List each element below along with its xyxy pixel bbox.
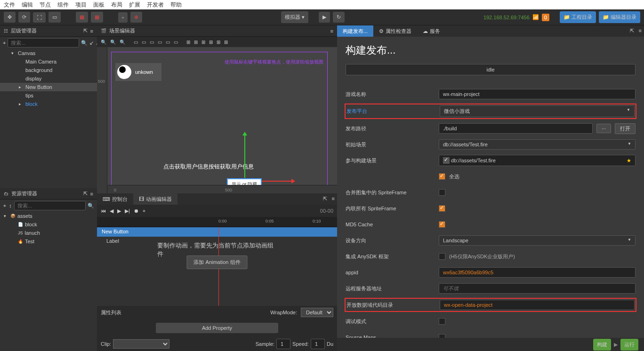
include-scene-item[interactable]: db://assets/Test.fire★: [439, 155, 636, 166]
menu-icon[interactable]: ≡: [330, 28, 333, 34]
sourcemap-checkbox[interactable]: [439, 334, 445, 338]
menu-编辑[interactable]: 编辑: [22, 1, 33, 8]
hier-tips[interactable]: tips: [0, 91, 97, 100]
add-key-icon[interactable]: +: [143, 208, 145, 214]
reload-button[interactable]: ↻: [333, 12, 345, 23]
asset-block[interactable]: 📄 block: [0, 220, 97, 229]
search-icon[interactable]: 🔍: [88, 203, 94, 209]
menu-帮助[interactable]: 帮助: [170, 1, 182, 8]
menu-文件[interactable]: 文件: [4, 1, 15, 8]
notif-badge[interactable]: 0: [542, 14, 549, 21]
asset-Test[interactable]: 🔥 Test: [0, 237, 97, 246]
menu-面板[interactable]: 面板: [93, 1, 105, 8]
expand-tool[interactable]: ⛶: [33, 12, 46, 23]
open-button[interactable]: 打开: [615, 123, 636, 134]
select-all-checkbox[interactable]: [439, 173, 445, 180]
scene-viewport[interactable]: 500 0 使用鼠标右键平移视窗焦点，使用滚轮缩放视图 unkown 点击获取用…: [97, 47, 337, 193]
next-frame-icon[interactable]: ▶|: [125, 208, 130, 214]
menu-开发者[interactable]: 开发者: [147, 1, 164, 8]
menu-icon[interactable]: ≡: [330, 193, 337, 205]
hier-display[interactable]: display: [0, 74, 97, 83]
hierarchy-search[interactable]: [8, 38, 79, 48]
editor-dir-button[interactable]: 📁 编辑器目录: [599, 11, 640, 23]
tool-b[interactable]: ▦: [91, 12, 103, 23]
hier-block[interactable]: ▸block: [0, 100, 97, 108]
time-ruler[interactable]: 0:00 0:05 0:10: [97, 217, 337, 227]
assets-search[interactable]: [14, 201, 86, 210]
hier-Canvas[interactable]: ▾Canvas: [0, 49, 97, 57]
collapse-icon[interactable]: ↙: [89, 40, 94, 46]
open-data-input[interactable]: [440, 300, 635, 310]
build-path-input[interactable]: [439, 123, 593, 134]
atlas-checkbox[interactable]: [439, 189, 445, 196]
zoom-out-icon[interactable]: 🔍: [119, 40, 126, 45]
tab-service[interactable]: ☁ 服务: [417, 25, 446, 37]
sort-button[interactable]: ↕: [8, 203, 12, 208]
rect-tool[interactable]: ▭: [48, 12, 61, 23]
sample-input[interactable]: [276, 339, 290, 349]
hier-New Button[interactable]: ▸New Button: [0, 83, 97, 91]
menu-组件[interactable]: 组件: [57, 1, 69, 8]
anim-track-area[interactable]: New Button Label 要制作动画，需要先为当前节点添加动画组件 添加…: [97, 227, 337, 306]
y-axis-arrow[interactable]: [244, 133, 245, 178]
dock-icon[interactable]: ⇱: [628, 25, 636, 37]
appid-input[interactable]: [439, 267, 636, 278]
prev-frame-icon[interactable]: ◀: [110, 208, 113, 214]
move-tool[interactable]: ✥: [4, 12, 16, 23]
scene-canvas[interactable]: 使用鼠标右键平移视窗焦点，使用滚轮缩放视图 unkown 点击获取用户信息按钮获…: [111, 52, 328, 193]
orientation-select[interactable]: Landscape: [439, 235, 636, 246]
anysdk-checkbox[interactable]: [439, 253, 445, 260]
add-asset-button[interactable]: +: [3, 203, 7, 208]
debug-checkbox[interactable]: [439, 318, 445, 325]
menu-icon[interactable]: ≡: [636, 25, 644, 37]
run-button[interactable]: 运行: [620, 339, 638, 351]
clip-select[interactable]: [113, 339, 169, 349]
refresh-tool[interactable]: ⟳: [18, 12, 30, 23]
dock-icon[interactable]: ⇱: [83, 191, 88, 197]
play-button[interactable]: ▶: [319, 12, 330, 23]
menu-icon[interactable]: ≡: [90, 191, 93, 197]
game-name-input[interactable]: [439, 89, 636, 99]
asset-assets[interactable]: ▾📦 assets: [0, 212, 97, 220]
add-node-button[interactable]: +: [3, 40, 6, 46]
project-dir-button[interactable]: 📁 工程目录: [560, 11, 596, 23]
hier-background[interactable]: background: [0, 66, 97, 74]
start-scene-select[interactable]: db://assets/Test.fire: [439, 139, 636, 150]
tool-c[interactable]: ▫: [118, 12, 128, 23]
menu-布局[interactable]: 布局: [111, 1, 122, 8]
tab-inspector[interactable]: ⚙ 属性检查器: [373, 25, 417, 37]
menu-icon[interactable]: ≡: [90, 28, 93, 34]
tool-d[interactable]: ⊕: [130, 12, 142, 23]
simulator-dropdown[interactable]: 模拟器 ▾: [281, 11, 308, 23]
speed-input[interactable]: [311, 339, 325, 349]
dock-icon[interactable]: ⇱: [321, 193, 330, 205]
scene-checkbox[interactable]: [443, 157, 450, 164]
tab-animation[interactable]: 🎞 动画编辑器: [133, 193, 177, 205]
asset-lanuch[interactable]: JS lanuch: [0, 229, 97, 237]
add-property-button[interactable]: Add Property: [156, 323, 278, 333]
browse-button[interactable]: ···: [596, 124, 611, 133]
zoom-in-icon[interactable]: 🔍: [100, 40, 107, 45]
menu-扩展[interactable]: 扩展: [129, 1, 140, 8]
tab-build[interactable]: 构建发布...: [337, 25, 373, 37]
add-animation-button[interactable]: 添加 Animation 组件: [186, 255, 247, 269]
play-icon[interactable]: ▶: [117, 208, 121, 214]
menu-节点[interactable]: 节点: [40, 1, 51, 8]
tab-console[interactable]: ⌨ 控制台: [97, 193, 133, 205]
menu-项目[interactable]: 项目: [75, 1, 87, 8]
dock-icon[interactable]: ⇱: [83, 28, 88, 34]
wrapmode-select[interactable]: Default: [301, 308, 333, 317]
rewind-icon[interactable]: ⏮: [101, 208, 106, 214]
platform-select[interactable]: 微信小游戏: [440, 105, 635, 117]
md5-checkbox[interactable]: [439, 221, 445, 228]
avatar-widget[interactable]: unkown: [115, 63, 161, 81]
hier-Main Camera[interactable]: Main Camera: [0, 57, 97, 66]
track-new-button[interactable]: New Button: [97, 227, 337, 237]
record-icon[interactable]: ⏺: [134, 208, 139, 214]
search-icon[interactable]: 🔍: [81, 40, 88, 46]
remote-url-input[interactable]: [439, 283, 636, 294]
zoom-fit-icon[interactable]: 🔍: [109, 40, 117, 45]
tool-a[interactable]: ▦: [76, 12, 88, 23]
inline-checkbox[interactable]: [439, 205, 445, 212]
build-button[interactable]: 构建: [593, 339, 611, 351]
